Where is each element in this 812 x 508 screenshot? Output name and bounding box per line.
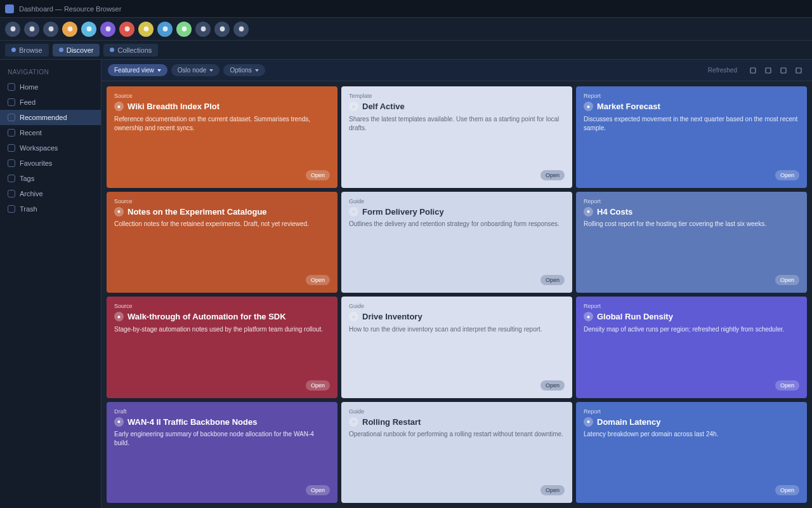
card-tag: Template	[349, 93, 565, 99]
card-open-button[interactable]: Open	[306, 485, 330, 495]
card-desc: Early engineering summary of backbone no…	[114, 430, 330, 481]
svg-point-4	[86, 27, 91, 32]
stack-icon	[110, 48, 114, 52]
card-open-button[interactable]: Open	[540, 275, 565, 285]
card-desc: Collection notes for the retained experi…	[114, 220, 330, 271]
card[interactable]: Report●H4 CostsRolling cost report for t…	[576, 192, 807, 293]
card-open-button[interactable]: Open	[306, 170, 330, 180]
tab-discover[interactable]: Discover	[53, 44, 100, 57]
card-title: Form Delivery Policy	[362, 207, 444, 217]
card-tag: Guide	[349, 408, 565, 415]
list-view-icon[interactable]	[761, 64, 775, 77]
card-title: Rolling Restart	[362, 417, 421, 427]
svg-rect-14	[766, 68, 771, 73]
card-title: Walk-through of Automation for the SDK	[128, 312, 286, 322]
filter-oslo-node[interactable]: Oslo node	[171, 64, 220, 76]
card[interactable]: Source●Walk-through of Automation for th…	[107, 297, 337, 398]
spark-icon	[8, 114, 15, 121]
tab-collections[interactable]: Collections	[103, 44, 158, 57]
plugin-icon[interactable]	[100, 22, 115, 37]
sidebar-item-recent[interactable]: Recent	[0, 125, 101, 140]
help-icon[interactable]	[233, 22, 249, 37]
card[interactable]: Guide●Rolling RestartOperational runbook…	[341, 402, 572, 504]
compass-icon	[59, 48, 63, 52]
settings-icon[interactable]	[214, 22, 230, 37]
card[interactable]: Guide●Drive InventoryHow to run the driv…	[341, 297, 572, 398]
sidebar-item-tags[interactable]: Tags	[0, 171, 101, 186]
status-label: Refreshed	[708, 67, 737, 74]
sidebar-item-workspaces[interactable]: Workspaces	[0, 140, 101, 156]
toolbar	[0, 18, 812, 41]
card-icon: ●	[584, 417, 593, 427]
more-icon[interactable]	[792, 64, 806, 77]
sidebar-item-label: Trash	[20, 205, 37, 213]
filter-options[interactable]: Options	[223, 64, 265, 76]
back-icon[interactable]	[24, 22, 39, 37]
card-open-button[interactable]: Open	[775, 380, 799, 391]
svg-point-6	[124, 27, 129, 32]
card-open-button[interactable]: Open	[775, 170, 799, 180]
sidebar-item-label: Tags	[20, 175, 34, 182]
card-title: WAN-4 II Traffic Backbone Nodes	[128, 417, 257, 427]
card[interactable]: Report●Global Run DensityDensity map of …	[576, 297, 807, 398]
tag-icon[interactable]	[176, 22, 192, 37]
clock-icon	[8, 129, 15, 137]
card-icon: ●	[349, 102, 358, 111]
card[interactable]: Draft●WAN-4 II Traffic Backbone NodesEar…	[107, 402, 337, 504]
card-title: Market Forecast	[597, 102, 660, 112]
sort-icon[interactable]	[776, 64, 790, 77]
menu-icon[interactable]	[5, 22, 20, 37]
card-open-button[interactable]: Open	[540, 380, 565, 391]
globe-icon[interactable]	[81, 22, 96, 37]
sidebar-item-feed[interactable]: Feed	[0, 95, 101, 110]
card-desc: Discusses expected movement in the next …	[584, 115, 799, 166]
card-open-button[interactable]: Open	[775, 485, 799, 495]
sidebar-item-label: Archive	[20, 190, 43, 197]
card-title: Global Run Density	[597, 312, 673, 322]
titlebar: Dashboard — Resource Browser	[0, 0, 812, 18]
avatar-icon[interactable]	[62, 22, 77, 37]
sync-icon[interactable]	[157, 22, 173, 37]
card-icon: ●	[114, 102, 124, 111]
sidebar-item-recommended[interactable]: Recommended	[0, 110, 101, 125]
card-open-button[interactable]: Open	[775, 275, 799, 285]
card[interactable]: Source●Wiki Breadth Index PlotReference …	[107, 86, 337, 188]
filter-featured-view[interactable]: Featured view	[108, 64, 167, 76]
forward-icon[interactable]	[43, 22, 58, 37]
svg-point-8	[162, 27, 167, 32]
card-icon: ●	[584, 207, 593, 217]
card[interactable]: Report●Domain LatencyLatency breakdown p…	[576, 402, 807, 504]
chevron-down-icon	[255, 69, 259, 72]
grid-icon[interactable]	[195, 22, 211, 37]
svg-rect-16	[796, 68, 801, 73]
card-open-button[interactable]: Open	[306, 275, 330, 285]
record-icon[interactable]	[119, 22, 134, 37]
card-title: Delf Active	[362, 102, 405, 112]
card-icon: ●	[584, 312, 593, 321]
sidebar-item-favourites[interactable]: Favourites	[0, 156, 101, 171]
card-tag: Report	[584, 93, 799, 99]
card-icon: ●	[349, 207, 358, 217]
card-tag: Report	[584, 408, 799, 415]
card-icon: ●	[114, 312, 124, 321]
card-grid[interactable]: Source●Wiki Breadth Index PlotReference …	[102, 81, 812, 508]
card-open-button[interactable]: Open	[306, 380, 330, 391]
card-open-button[interactable]: Open	[540, 485, 565, 495]
folder-icon	[11, 48, 16, 52]
sidebar-item-trash[interactable]: Trash	[0, 201, 101, 217]
card[interactable]: Report●Market ForecastDiscusses expected…	[576, 86, 807, 188]
star-icon[interactable]	[138, 22, 154, 37]
card[interactable]: Template●Delf ActiveShares the latest te…	[341, 86, 572, 188]
tab-browse[interactable]: Browse	[5, 44, 49, 57]
sidebar-item-archive[interactable]: Archive	[0, 186, 101, 201]
svg-point-2	[48, 27, 53, 32]
card[interactable]: Source●Notes on the Experiment Catalogue…	[107, 192, 337, 293]
sidebar-item-home[interactable]: Home	[0, 79, 101, 95]
grid-view-icon[interactable]	[746, 64, 760, 77]
card-tag: Source	[114, 303, 330, 309]
sidebar-item-label: Feed	[20, 98, 36, 106]
card[interactable]: Guide●Form Delivery PolicyOutlines the d…	[341, 192, 572, 293]
svg-point-9	[181, 27, 187, 32]
card-open-button[interactable]: Open	[540, 170, 565, 180]
card-desc: How to run the drive inventory scan and …	[349, 325, 565, 377]
